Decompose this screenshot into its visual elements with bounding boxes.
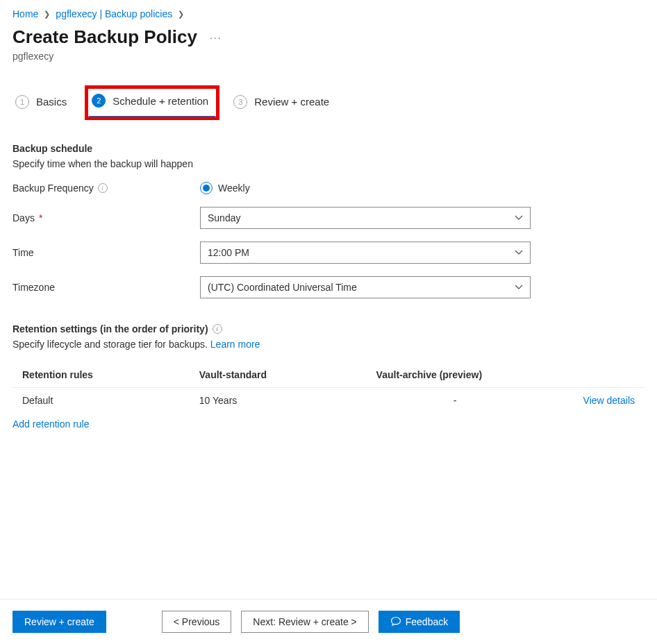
time-select[interactable]: 12:00 PM (200, 242, 531, 264)
wizard-stepper: 1 Basics 2 Schedule + retention 3 Review… (13, 90, 644, 118)
select-value: (UTC) Coordinated Universal Time (208, 282, 357, 293)
chevron-down-icon (515, 215, 523, 221)
time-label: Time (13, 247, 34, 258)
backup-frequency-weekly-radio[interactable]: Weekly (200, 182, 531, 194)
info-icon[interactable]: i (98, 183, 108, 193)
chevron-down-icon (515, 250, 523, 255)
feedback-icon (390, 616, 401, 627)
breadcrumb: Home ❯ pgflexecy | Backup policies ❯ (13, 8, 644, 19)
cell-vault-archive: - (367, 388, 544, 414)
radio-label: Weekly (218, 183, 250, 194)
step-label: Schedule + retention (113, 95, 208, 107)
backup-schedule-section: Backup schedule Specify time when the ba… (13, 143, 644, 298)
breadcrumb-parent[interactable]: pgflexecy | Backup policies (56, 8, 172, 19)
breadcrumb-home[interactable]: Home (13, 8, 38, 19)
page-title: Create Backup Policy (13, 26, 197, 48)
days-label: Days (13, 212, 35, 223)
wizard-footer: Review + create < Previous Next: Review … (0, 599, 657, 644)
section-description: Specify lifecycle and storage tier for b… (13, 339, 644, 350)
timezone-label: Timezone (13, 282, 55, 293)
section-description: Specify time when the backup will happen (13, 158, 644, 169)
timezone-select[interactable]: (UTC) Coordinated Universal Time (200, 276, 531, 298)
table-row: Default 10 Years - View details (13, 388, 644, 414)
section-heading: Backup schedule (13, 143, 644, 154)
cell-vault-standard: 10 Years (190, 388, 367, 414)
info-icon[interactable]: i (213, 324, 222, 334)
page-subtitle: pgflexecy (13, 51, 644, 62)
description-text: Specify lifecycle and storage tier for b… (13, 339, 210, 350)
step-number-icon: 3 (233, 95, 247, 109)
retention-settings-section: Retention settings (in the order of prio… (13, 323, 644, 430)
feedback-button[interactable]: Feedback (379, 611, 460, 633)
col-vault-standard: Vault-standard (190, 362, 367, 388)
add-retention-rule-link[interactable]: Add retention rule (13, 418, 90, 430)
next-button[interactable]: Next: Review + create > (241, 611, 368, 633)
chevron-right-icon: ❯ (44, 10, 50, 19)
step-schedule-retention[interactable]: 2 Schedule + retention (89, 90, 215, 118)
step-label: Basics (36, 96, 67, 108)
step-basics[interactable]: 1 Basics (13, 91, 74, 117)
chevron-down-icon (515, 285, 523, 290)
days-select[interactable]: Sunday (200, 207, 531, 229)
more-actions-button[interactable]: ··· (207, 31, 225, 44)
section-heading: Retention settings (in the order of prio… (13, 323, 208, 334)
col-retention-rules: Retention rules (13, 362, 190, 388)
step-review-create[interactable]: 3 Review + create (231, 91, 336, 117)
review-create-button[interactable]: Review + create (13, 611, 106, 633)
required-asterisk: * (39, 212, 42, 223)
chevron-right-icon: ❯ (178, 10, 184, 19)
retention-rules-table: Retention rules Vault-standard Vault-arc… (13, 362, 644, 413)
select-value: Sunday (208, 212, 240, 223)
view-details-link[interactable]: View details (583, 395, 635, 406)
step-number-icon: 1 (15, 95, 29, 109)
col-vault-archive: Vault-archive (preview) (367, 362, 544, 388)
step-label: Review + create (254, 96, 329, 108)
feedback-label: Feedback (406, 616, 448, 627)
radio-selected-icon (200, 182, 213, 194)
step-number-icon: 2 (92, 94, 106, 108)
select-value: 12:00 PM (208, 247, 249, 258)
backup-frequency-label: Backup Frequency (13, 183, 94, 194)
cell-rule-name: Default (13, 388, 190, 414)
learn-more-link[interactable]: Learn more (210, 339, 260, 350)
previous-button[interactable]: < Previous (162, 611, 232, 633)
